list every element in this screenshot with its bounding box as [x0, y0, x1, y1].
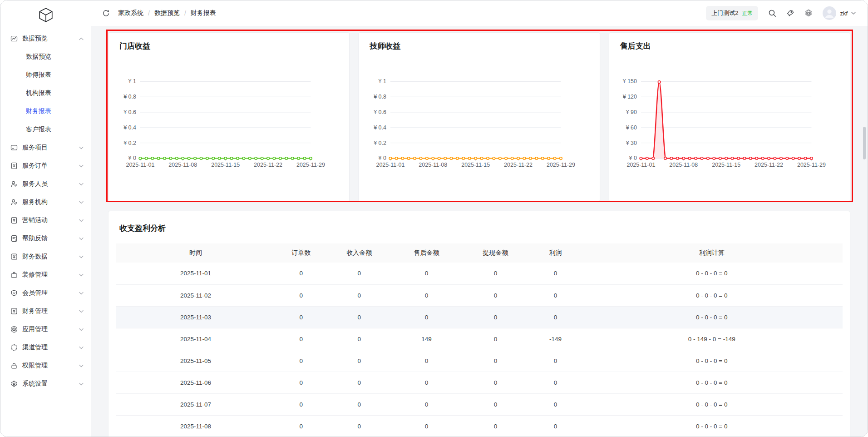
- decoration-icon: [10, 271, 18, 278]
- table-cell: 0: [530, 350, 581, 372]
- app-window: 数据预览数据预览师傅报表机构报表财务报表客户报表服务项目服务订单服务人员服务机构…: [0, 0, 868, 437]
- sidebar-subitem-label: 师傅报表: [26, 71, 51, 79]
- chart-card-0: 门店收益¥ 1¥ 0.8¥ 0.6¥ 0.4¥ 0.2¥ 02025-11-01…: [108, 32, 350, 202]
- profit-analysis-table: 时间订单数收入金额售后金额提现金额利润利润计算 2025-11-01000000…: [116, 243, 843, 437]
- chevron-down-icon: [79, 164, 84, 168]
- sidebar-item-label: 服务人员: [22, 180, 48, 188]
- table-title: 收支盈利分析: [119, 223, 839, 233]
- sidebar-item-app-mgmt[interactable]: 应用管理: [0, 320, 91, 338]
- column-header: 售后金额: [392, 243, 461, 263]
- charts-section: 门店收益¥ 1¥ 0.8¥ 0.6¥ 0.4¥ 0.2¥ 02025-11-01…: [108, 32, 850, 202]
- breadcrumb-item-system[interactable]: 家政系统: [118, 9, 143, 17]
- user-menu[interactable]: zkf: [823, 6, 856, 20]
- table-cell: 0 - 149 - 0 = -149: [581, 328, 843, 350]
- sidebar-item-label: 服务机构: [22, 198, 48, 206]
- sidebar-item-data-overview[interactable]: 数据预览: [0, 30, 91, 48]
- sidebar-subitem-org-report[interactable]: 机构报表: [0, 84, 91, 102]
- app-logo[interactable]: [0, 0, 91, 30]
- sidebar-item-member[interactable]: 会员管理: [0, 284, 91, 302]
- person-icon: [10, 180, 18, 188]
- svg-text:¥ 0.2: ¥ 0.2: [123, 140, 136, 146]
- sidebar-item-service-org[interactable]: 服务机构: [0, 193, 91, 211]
- svg-text:¥ 120: ¥ 120: [622, 94, 636, 100]
- chevron-down-icon: [851, 11, 856, 15]
- svg-text:2025-11-01: 2025-11-01: [376, 162, 405, 168]
- avatar-person-icon: [823, 6, 836, 20]
- topbar: 家政系统 / 数据预览 / 财务报表 上门测试2 正常: [91, 0, 868, 26]
- yuan-box-icon: [10, 253, 18, 260]
- chevron-down-icon: [79, 183, 84, 186]
- sidebar-item-channel[interactable]: 渠道管理: [0, 338, 91, 357]
- sidebar-item-system-settings[interactable]: 系统设置: [0, 375, 91, 393]
- svg-text:2025-11-22: 2025-11-22: [254, 162, 282, 168]
- breadcrumb-item-finance-report[interactable]: 财务报表: [191, 9, 216, 17]
- breadcrumb: 家政系统 / 数据预览 / 财务报表: [118, 9, 216, 17]
- chevron-down-icon: [79, 273, 84, 277]
- rocket-button[interactable]: [786, 9, 794, 17]
- table-cell: 0: [530, 393, 581, 415]
- svg-text:¥ 0: ¥ 0: [128, 155, 136, 162]
- settings-button[interactable]: [804, 9, 813, 17]
- table-cell: 0: [530, 415, 581, 437]
- sidebar-subitem-master-report[interactable]: 师傅报表: [0, 66, 91, 84]
- lock-icon: [10, 362, 18, 369]
- sidebar-item-finance-mgmt[interactable]: 财务管理: [0, 302, 91, 320]
- sidebar-item-help-feedback[interactable]: 帮助反馈: [0, 229, 91, 248]
- svg-text:2025-11-08: 2025-11-08: [419, 162, 448, 168]
- rocket-icon: [786, 9, 794, 17]
- table-cell: 0 - 0 - 0 = 0: [581, 372, 843, 393]
- line-chart: ¥ 1¥ 0.8¥ 0.6¥ 0.4¥ 0.2¥ 02025-11-012025…: [359, 33, 599, 201]
- svg-text:¥ 90: ¥ 90: [625, 109, 636, 115]
- refresh-button[interactable]: [102, 10, 110, 17]
- svg-text:¥ 0.2: ¥ 0.2: [374, 140, 387, 146]
- table-cell: 0: [461, 393, 530, 415]
- sidebar-item-permission[interactable]: 权限管理: [0, 357, 91, 375]
- sidebar-item-finance-data[interactable]: 财务数据: [0, 248, 91, 266]
- tenant-selector[interactable]: 上门测试2 正常: [706, 6, 758, 20]
- table-cell: 0: [276, 306, 326, 328]
- sidebar-item-service-staff[interactable]: 服务人员: [0, 175, 91, 193]
- svg-text:¥ 1: ¥ 1: [128, 78, 136, 84]
- sidebar-item-label: 权限管理: [22, 362, 48, 370]
- sidebar: 数据预览数据预览师傅报表机构报表财务报表客户报表服务项目服务订单服务人员服务机构…: [0, 0, 91, 437]
- sidebar-subitem-customer-report[interactable]: 客户报表: [0, 120, 91, 139]
- sidebar-subitem-finance-report[interactable]: 财务报表: [0, 102, 91, 120]
- sidebar-item-decoration[interactable]: 装修管理: [0, 266, 91, 284]
- table-cell: 0: [530, 284, 581, 306]
- sidebar-item-label: 装修管理: [22, 271, 48, 279]
- chevron-up-icon: [79, 37, 84, 40]
- main-area: 家政系统 / 数据预览 / 财务报表 上门测试2 正常: [91, 0, 868, 437]
- sidebar-item-service-project[interactable]: 服务项目: [0, 139, 91, 157]
- table-cell: 0: [392, 350, 461, 372]
- chevron-down-icon: [79, 310, 84, 313]
- chart-icon: [10, 35, 18, 42]
- table-cell: 0: [276, 393, 326, 415]
- user-name: zkf: [840, 10, 848, 17]
- table-cell: 2025-11-08: [116, 415, 276, 437]
- breadcrumb-separator: /: [148, 10, 150, 17]
- sidebar-subitem-data-overview-sub[interactable]: 数据预览: [0, 48, 91, 66]
- table-cell: 2025-11-02: [116, 284, 276, 306]
- sidebar-item-marketing[interactable]: 营销活动: [0, 211, 91, 229]
- page-scrollbar-thumb[interactable]: [863, 127, 866, 159]
- svg-text:2025-11-01: 2025-11-01: [126, 162, 154, 168]
- profit-analysis-card: 收支盈利分析 时间订单数收入金额售后金额提现金额利润利润计算 2025-11-0…: [108, 211, 850, 437]
- sidebar-item-service-order[interactable]: 服务订单: [0, 157, 91, 175]
- topbar-right: 上门测试2 正常: [706, 6, 856, 20]
- table-row: 2025-11-03000000 - 0 - 0 = 0: [116, 306, 843, 328]
- table-cell: 0: [461, 263, 530, 284]
- svg-text:2025-11-15: 2025-11-15: [211, 162, 240, 168]
- svg-text:¥ 0.6: ¥ 0.6: [123, 109, 136, 115]
- svg-text:¥ 30: ¥ 30: [625, 140, 636, 146]
- sidebar-item-label: 财务数据: [22, 253, 48, 261]
- cube-logo-icon: [38, 7, 54, 23]
- table-cell: 0: [276, 415, 326, 437]
- column-header: 订单数: [276, 243, 326, 263]
- chart-title: 门店收益: [119, 41, 150, 51]
- search-button[interactable]: [768, 9, 776, 17]
- sidebar-item-label: 会员管理: [22, 289, 48, 297]
- sidebar-item-label: 系统设置: [22, 380, 48, 388]
- svg-text:¥ 0.6: ¥ 0.6: [374, 109, 387, 115]
- marketing-icon: [10, 217, 18, 224]
- breadcrumb-item-data-overview[interactable]: 数据预览: [154, 9, 180, 17]
